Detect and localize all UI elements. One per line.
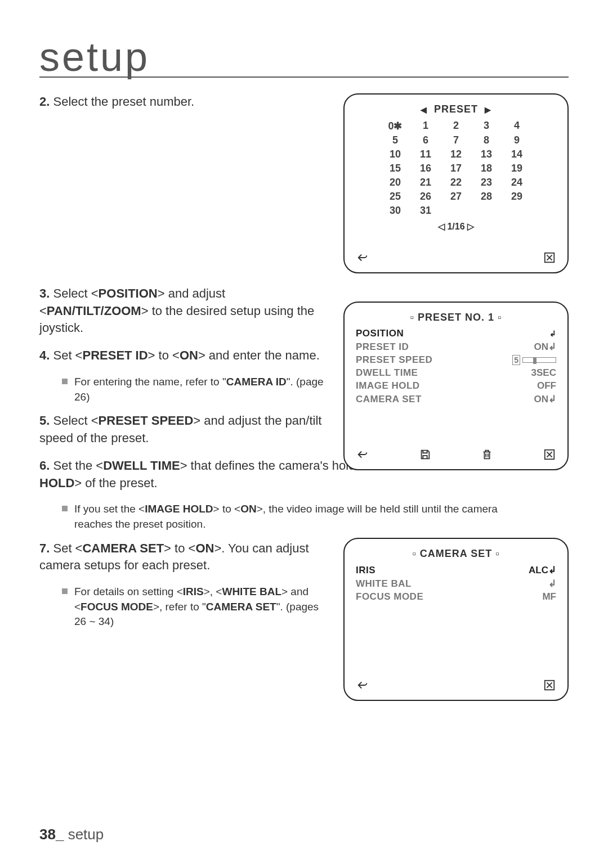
label: CAMERA SET [356,394,422,405]
right-arrow-icon: ▶ [485,105,491,114]
step-7-text: Set <CAMERA SET> to <ON>. You can adjust… [39,541,309,573]
t: Set < [53,541,82,555]
preset-number-cell: 2 [444,120,468,132]
enter-icon: ↲ [549,329,556,338]
preset-number-cell: 30 [383,205,408,217]
preset-number-cell: 19 [504,163,529,174]
value: MF [542,591,556,602]
preset-number-cell: 9 [504,134,529,146]
label: IMAGE HOLD [356,380,420,392]
preset-number-cell: 24 [504,177,529,188]
label: IRIS [356,565,375,576]
t: >, refer to " [153,601,206,613]
close-icon [543,251,556,264]
kw: WHITE BAL [222,586,281,597]
osd-bottom-icons [356,678,556,692]
preset-number-cell: 23 [474,177,499,188]
preset-number-cell: 27 [444,191,468,203]
preset-number-cell: 26 [413,191,438,203]
preset-number-cell: 22 [444,177,468,188]
preset-number-cell: 15 [383,163,408,174]
kw: ON [180,348,198,362]
t: For details on setting < [74,586,183,597]
close-icon [543,448,556,461]
step-5: 5. Select <PRESET SPEED> and adjust the … [39,412,332,447]
kw: CAMERA SET [82,541,164,555]
t: Set < [53,348,82,362]
osd-title: ◀ PRESET ▶ [356,104,556,115]
row-camera-set: CAMERA SET ON↲ [356,393,556,405]
row-preset-id: PRESET ID ON↲ [356,341,556,353]
footer-label: setup [68,826,104,843]
kw: PRESET SPEED [99,413,194,428]
preset-number-cell: 10 [383,149,408,160]
t: Select < [53,413,98,428]
preset-number-cell: 5 [383,134,408,146]
value: 3SEC [531,367,556,379]
preset-number-cell: 25 [383,191,408,203]
value: OFF [537,380,556,392]
pager: ◁ 1/16 ▷ [356,221,556,232]
step-2: 2. Select the preset number. [39,93,332,111]
step-2-num: 2. [39,95,50,109]
preset-number-cell: 12 [444,149,468,160]
osd-menu-list: IRIS ALC↲ WHITE BAL ↲ FOCUS MODE MF [356,564,556,602]
step-3: 3. Select <POSITION> and adjust <PAN/TIL… [39,285,332,337]
save-icon [418,448,432,461]
row-focus-mode: FOCUS MODE MF [356,591,556,602]
label: FOCUS MODE [356,591,423,602]
steps-column-2: 7. Set <CAMERA SET> to <ON>. You can adj… [39,540,332,629]
preset-number-cell: 18 [474,163,499,174]
steps-column: 2. Select the preset number. 3. Select <… [39,93,332,447]
step-4: 4. Set <PRESET ID> to <ON> and enter the… [39,347,332,365]
left-arrow-icon: ◀ [421,105,427,114]
slider-bar [522,357,556,363]
osd-screen-preset-detail: ▫ PRESET NO. 1 ▫ POSITION ↲ PRESET ID ON… [343,302,569,470]
value: ON↲ [534,393,557,405]
t: If you set the < [74,503,145,515]
kw: FOCUS MODE [81,601,153,613]
preset-number-cell: 16 [413,163,438,174]
preset-number-cell: 3 [474,120,499,132]
kw: PAN/TILT/ZOOM [47,304,141,318]
preset-number-cell: 6 [413,134,438,146]
row-position: POSITION ↲ [356,328,556,339]
kw: ON [195,541,214,555]
kw: CAMERA ID [226,376,287,388]
preset-number-cell: 17 [444,163,468,174]
t: Select < [53,286,98,300]
osd-screen-preset-grid: ◀ PRESET ▶ 0✱123456789101112131415161718… [343,93,569,273]
t: > of the preset. [74,476,157,490]
step-7: 7. Set <CAMERA SET> to <ON>. You can adj… [39,540,332,575]
step-5-num: 5. [39,413,50,428]
page-number: 38_ [39,826,64,843]
label: PRESET ID [356,341,409,353]
value-slider: 5 [512,355,556,365]
label: PRESET SPEED [356,354,432,366]
close-icon [543,678,556,692]
kw: POSITION [99,286,158,300]
step-6-note: If you set the <IMAGE HOLD> to <ON>, the… [62,502,501,532]
label: POSITION [356,328,404,339]
t: > to < [164,541,195,555]
value: ON↲ [534,341,557,353]
label: WHITE BAL [356,578,412,590]
preset-number-cell: 11 [413,149,438,160]
preset-number-cell: 20 [383,177,408,188]
preset-number-cell: 29 [504,191,529,203]
t: For entering the name, refer to " [74,376,226,388]
osd-bottom-icons [356,251,556,264]
back-icon [356,251,369,264]
osd-title: ▫ CAMERA SET ▫ [356,548,556,560]
osd-bottom-icons [356,448,556,461]
preset-number-cell: 31 [413,205,438,217]
page-footer: 38_ setup [39,826,104,843]
t: Set the < [53,458,103,473]
t: > to < [148,348,180,362]
step-3-text: Select <POSITION> and adjust <PAN/TILT/Z… [39,286,314,335]
preset-number-grid: 0✱12345678910111213141516171819202122232… [383,120,529,217]
osd-screen-camera-set: ▫ CAMERA SET ▫ IRIS ALC↲ WHITE BAL ↲ FOC… [343,538,569,701]
label: DWELL TIME [356,367,418,379]
kw: CAMERA SET [206,601,276,613]
value: ALC↲ [529,564,556,576]
